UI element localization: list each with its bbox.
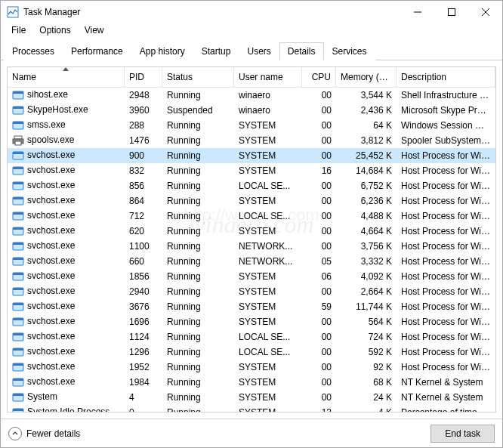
cell-name: svchost.exe: [8, 210, 125, 222]
cell-user: NETWORK...: [234, 256, 302, 267]
cell-memory: 68 K: [336, 377, 397, 388]
cell-cpu: 06: [302, 271, 336, 282]
menu-file[interactable]: File: [5, 23, 32, 39]
cell-cpu: 00: [302, 241, 336, 252]
svg-rect-41: [13, 348, 23, 351]
cell-name: spoolsv.exe: [8, 134, 125, 147]
svg-rect-21: [13, 197, 23, 199]
cell-name: sihost.exe: [8, 89, 125, 101]
table-row[interactable]: svchost.exe3676RunningSYSTEM5911,744 KHo…: [8, 299, 495, 314]
table-row[interactable]: spoolsv.exe1476RunningSYSTEM003,812 KSpo…: [8, 133, 495, 148]
cell-description: Host Process for Windo...: [397, 165, 495, 176]
table-row[interactable]: System4RunningSYSTEM0024 KNT Kernel & Sy…: [8, 390, 495, 405]
svg-rect-6: [13, 91, 23, 94]
cell-status: Running: [162, 301, 234, 312]
table-row[interactable]: svchost.exe856RunningLOCAL SE...006,752 …: [8, 178, 495, 193]
table-row[interactable]: svchost.exe1952RunningSYSTEM0092 KHost P…: [8, 360, 495, 375]
cell-user: SYSTEM: [234, 150, 302, 161]
table-row[interactable]: svchost.exe712RunningLOCAL SE...004,488 …: [8, 209, 495, 224]
table-row[interactable]: svchost.exe1100RunningNETWORK...003,756 …: [8, 239, 495, 254]
cell-name: svchost.exe: [8, 255, 125, 267]
cell-pid: 712: [125, 211, 162, 221]
fewer-details-button[interactable]: Fewer details: [8, 427, 80, 440]
header-description[interactable]: Description: [397, 67, 495, 87]
header-user[interactable]: User name: [234, 67, 302, 87]
table-row[interactable]: svchost.exe1124RunningLOCAL SE...00724 K…: [8, 329, 495, 344]
tab-startup[interactable]: Startup: [193, 42, 239, 60]
header-memory[interactable]: Memory (p...: [336, 67, 397, 87]
process-icon: [12, 361, 24, 373]
table-row[interactable]: smss.exe288RunningSYSTEM0064 KWindows Se…: [8, 118, 495, 133]
table-row[interactable]: svchost.exe864RunningSYSTEM006,236 KHost…: [8, 193, 495, 209]
cell-user: SYSTEM: [234, 377, 302, 388]
cell-description: Host Process for Windo...: [397, 256, 495, 267]
cell-pid: 1476: [125, 135, 162, 146]
svg-rect-8: [13, 107, 23, 109]
cell-pid: 3676: [125, 301, 162, 312]
table-row[interactable]: SkypeHost.exe3960Suspendedwinaero002,436…: [8, 103, 495, 118]
cell-pid: 864: [125, 196, 162, 206]
maximize-button[interactable]: [434, 1, 468, 23]
cell-memory: 4,488 K: [336, 211, 397, 221]
tab-users[interactable]: Users: [239, 42, 279, 60]
cell-cpu: 00: [302, 211, 336, 221]
cell-name: System Idle Process: [8, 406, 125, 412]
table-row[interactable]: svchost.exe1696RunningSYSTEM00564 KHost …: [8, 314, 495, 329]
cell-memory: 25,452 K: [336, 150, 397, 161]
table-row[interactable]: System Idle Process0RunningSYSTEM134 KPe…: [8, 405, 495, 412]
table-row[interactable]: svchost.exe832RunningSYSTEM1614,684 KHos…: [8, 163, 495, 178]
table-row[interactable]: svchost.exe1856RunningSYSTEM064,092 KHos…: [8, 269, 495, 284]
process-list[interactable]: sihost.exe2948Runningwinaero003,544 KShe…: [8, 88, 495, 412]
cell-status: Running: [162, 150, 234, 161]
cell-description: Shell Infrastructure Host: [397, 90, 495, 100]
cell-user: SYSTEM: [234, 135, 302, 146]
header-name[interactable]: Name: [8, 67, 125, 87]
cell-description: Windows Session Mana...: [397, 120, 495, 131]
cell-cpu: 00: [302, 135, 336, 146]
cell-name: SkypeHost.exe: [8, 104, 125, 116]
table-row[interactable]: svchost.exe2940RunningSYSTEM002,664 KHos…: [8, 284, 495, 299]
table-row[interactable]: svchost.exe1984RunningSYSTEM0068 KNT Ker…: [8, 375, 495, 390]
cell-memory: 2,436 K: [336, 105, 397, 116]
header-pid[interactable]: PID: [125, 67, 162, 87]
svg-rect-33: [13, 288, 23, 290]
header-cpu[interactable]: CPU: [302, 67, 336, 87]
cell-cpu: 00: [302, 150, 336, 161]
cell-status: Running: [162, 226, 234, 236]
task-manager-window: Task Manager File Options View Processes…: [0, 0, 503, 448]
tab-apphistory[interactable]: App history: [131, 42, 193, 60]
tab-performance[interactable]: Performance: [63, 42, 131, 60]
cell-status: Running: [162, 90, 234, 100]
cell-memory: 24 K: [336, 392, 397, 403]
table-row[interactable]: svchost.exe900RunningSYSTEM0025,452 KHos…: [8, 148, 495, 163]
cell-pid: 832: [125, 165, 162, 176]
minimize-button[interactable]: [400, 1, 434, 23]
svg-rect-31: [13, 273, 23, 275]
close-button[interactable]: [468, 1, 502, 23]
table-row[interactable]: svchost.exe1296RunningLOCAL SE...00592 K…: [8, 344, 495, 360]
cell-memory: 3,756 K: [336, 241, 397, 252]
process-icon: [12, 180, 24, 192]
cell-memory: 2,664 K: [336, 286, 397, 297]
svg-rect-0: [8, 7, 18, 17]
cell-cpu: 00: [302, 377, 336, 388]
cell-user: SYSTEM: [234, 271, 302, 282]
table-row[interactable]: svchost.exe620RunningSYSTEM004,664 KHost…: [8, 224, 495, 239]
header-status[interactable]: Status: [162, 67, 234, 87]
cell-description: Percentage of time the ...: [397, 407, 495, 412]
process-icon: [12, 331, 24, 343]
end-task-button[interactable]: End task: [430, 425, 495, 443]
menu-options[interactable]: Options: [33, 23, 76, 39]
table-row[interactable]: svchost.exe660RunningNETWORK...053,332 K…: [8, 254, 495, 269]
tab-processes[interactable]: Processes: [4, 42, 63, 60]
cell-user: SYSTEM: [234, 226, 302, 236]
cell-cpu: 00: [302, 286, 336, 297]
cell-status: Running: [162, 286, 234, 297]
cell-name: svchost.exe: [8, 225, 125, 237]
cell-pid: 620: [125, 226, 162, 236]
menu-view[interactable]: View: [79, 23, 110, 39]
tab-services[interactable]: Services: [324, 42, 375, 60]
tabstrip: Processes Performance App history Startu…: [1, 39, 502, 60]
table-row[interactable]: sihost.exe2948Runningwinaero003,544 KShe…: [8, 88, 495, 103]
tab-details[interactable]: Details: [279, 42, 324, 60]
